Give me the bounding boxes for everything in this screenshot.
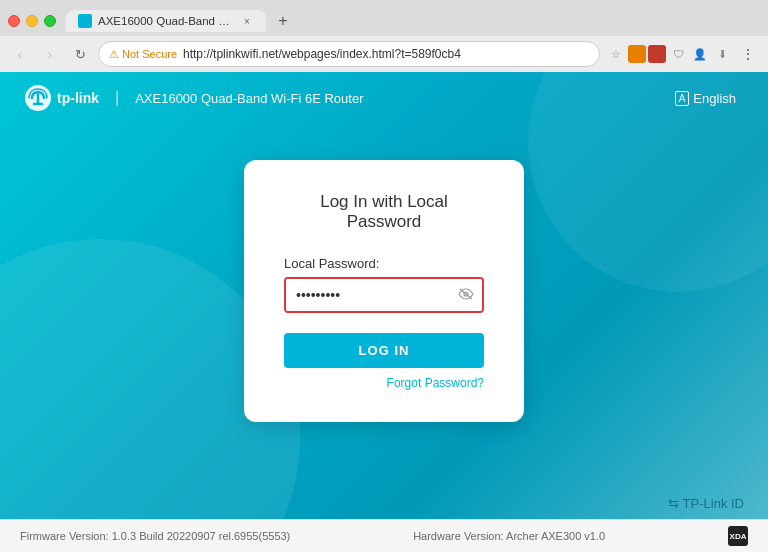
forward-button[interactable]: ›: [38, 42, 62, 66]
password-label: Local Password:: [284, 256, 484, 271]
login-button[interactable]: LOG IN: [284, 333, 484, 368]
password-input-wrapper: [284, 277, 484, 313]
maximize-button[interactable]: [44, 15, 56, 27]
language-button[interactable]: A English: [667, 87, 744, 110]
back-button[interactable]: ‹: [8, 42, 32, 66]
tplink-id-icon: ⇆: [668, 496, 679, 511]
separator: |: [115, 89, 119, 107]
browser-chrome: AXE16000 Quad-Band Wi-Fi ... × + ‹ › ↻ ⚠…: [0, 0, 768, 72]
login-card: Log In with Local Password Local Passwor…: [244, 160, 524, 422]
page-content: tp-link | AXE16000 Quad-Band Wi-Fi 6E Ro…: [0, 72, 768, 519]
tplink-logo: tp-link: [24, 84, 99, 112]
hardware-version: Hardware Version: Archer AXE300 v1.0: [413, 530, 605, 542]
ext-shield-icon[interactable]: 🛡: [668, 44, 688, 64]
card-wrapper: Log In with Local Password Local Passwor…: [0, 124, 768, 488]
traffic-lights: [8, 15, 56, 27]
tab-title: AXE16000 Quad-Band Wi-Fi ...: [98, 15, 234, 27]
lang-icon: A: [675, 91, 690, 106]
close-button[interactable]: [8, 15, 20, 27]
card-title: Log In with Local Password: [284, 192, 484, 232]
language-label: English: [693, 91, 736, 106]
forgot-password-link[interactable]: Forgot Password?: [284, 376, 484, 390]
form-group: Local Password:: [284, 256, 484, 313]
ext-download-icon[interactable]: ⬇: [712, 44, 732, 64]
warning-icon: ⚠: [109, 48, 119, 61]
active-tab[interactable]: AXE16000 Quad-Band Wi-Fi ... ×: [66, 10, 266, 32]
xda-logo: XDA: [728, 526, 748, 546]
address-input[interactable]: ⚠ Not Secure http://tplinkwifi.net/webpa…: [98, 41, 600, 67]
tab-bar: AXE16000 Quad-Band Wi-Fi ... × +: [0, 0, 768, 36]
tab-favicon: [78, 14, 92, 28]
minimize-button[interactable]: [26, 15, 38, 27]
tab-close-button[interactable]: ×: [240, 14, 254, 28]
logo-text: tp-link: [57, 90, 99, 106]
refresh-button[interactable]: ↻: [68, 42, 92, 66]
more-menu-button[interactable]: ⋮: [736, 42, 760, 66]
ext-bookmark-icon[interactable]: ☆: [606, 44, 626, 64]
ext-orange-icon[interactable]: [628, 45, 646, 63]
product-name: AXE16000 Quad-Band Wi-Fi 6E Router: [135, 91, 363, 106]
security-badge: ⚠ Not Secure: [109, 48, 177, 61]
logo-area: tp-link | AXE16000 Quad-Band Wi-Fi 6E Ro…: [24, 84, 364, 112]
extensions-area: ☆ 🛡 👤 ⬇: [606, 44, 732, 64]
new-tab-button[interactable]: +: [270, 8, 296, 34]
tplink-logo-icon: [24, 84, 52, 112]
eye-toggle-icon[interactable]: [458, 287, 474, 303]
tplink-id-label: TP-Link ID: [683, 496, 744, 511]
page-footer: Firmware Version: 1.0.3 Build 20220907 r…: [0, 519, 768, 552]
tplink-id-link[interactable]: ⇆ TP-Link ID: [668, 496, 744, 511]
ext-person-icon[interactable]: 👤: [690, 44, 710, 64]
address-bar: ‹ › ↻ ⚠ Not Secure http://tplinkwifi.net…: [0, 36, 768, 72]
ext-red-icon[interactable]: [648, 45, 666, 63]
address-text: http://tplinkwifi.net/webpages/index.htm…: [183, 47, 589, 61]
xda-badge: XDA: [728, 526, 748, 546]
page-header: tp-link | AXE16000 Quad-Band Wi-Fi 6E Ro…: [0, 72, 768, 124]
firmware-version: Firmware Version: 1.0.3 Build 20220907 r…: [20, 530, 290, 542]
password-input[interactable]: [286, 279, 482, 311]
tplink-id-area: ⇆ TP-Link ID: [0, 488, 768, 519]
toolbar-icons: ☆ 🛡 👤 ⬇ ⋮: [606, 42, 760, 66]
